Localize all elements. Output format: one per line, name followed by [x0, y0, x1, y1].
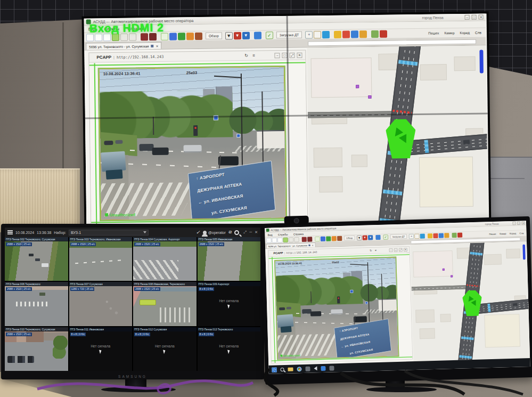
route-check-icon[interactable] [383, 234, 388, 239]
pcapp-close-button[interactable] [297, 52, 302, 58]
chart-red-icon[interactable] [380, 30, 387, 37]
window-minimize-button[interactable] [513, 222, 516, 225]
pcapp-minimize-button[interactable] [389, 248, 393, 252]
toolbar-label-corridors[interactable]: Корид [510, 232, 516, 235]
filter-red-icon[interactable] [362, 235, 367, 240]
detector-blue-icon[interactable] [321, 236, 325, 241]
filter-blue-icon[interactable] [368, 235, 373, 240]
window-maximize-button[interactable] [517, 222, 520, 225]
camera-tile-offline[interactable]: ПТЗ Пенза 011 Ивановская 8 x 8 | 0 б/с Н… [69, 327, 133, 371]
camera-tile[interactable]: ПТЗ Пенза 004 Сухумская, Аэропорт 2688 x… [133, 237, 197, 281]
pinned-app-icon[interactable] [321, 366, 325, 370]
load-dt-button[interactable]: Загрузка ДТ [390, 234, 407, 239]
camera-tile[interactable]: ПТЗ Пенза 003 Терновского, Ивановская 26… [69, 237, 133, 281]
filter-icon[interactable] [357, 235, 362, 240]
pcapp-maximize-button[interactable] [394, 248, 398, 252]
bird-icon[interactable] [322, 30, 330, 38]
tab-close-icon[interactable] [156, 44, 159, 47]
tab-intersection[interactable]: 5696 ул. Терновского - ул. Сухумская [86, 42, 162, 50]
toolbar-label-cameras[interactable]: Камер [444, 31, 454, 35]
map-scrollbar[interactable] [479, 50, 484, 73]
person-red-icon[interactable] [433, 233, 438, 238]
overview-button[interactable]: Обзор [344, 236, 355, 240]
menu-view[interactable]: Вид [268, 233, 273, 237]
tab-pin-icon[interactable] [309, 244, 310, 246]
toolbar-label-corridors[interactable]: Корид [460, 31, 470, 35]
camera-view[interactable]: ↑ АЭРОПОРТ ДЕЖУРНАЯ АПТЕКА ← ул. ИВАНОВС… [98, 66, 287, 221]
overview-button[interactable]: Обзор [206, 32, 222, 39]
traffic-map[interactable] [307, 45, 488, 226]
search-icon[interactable] [234, 230, 239, 235]
pencil-green-icon[interactable] [452, 232, 457, 237]
hierarchy-icon[interactable] [254, 31, 261, 39]
pcapp-expand-button[interactable] [289, 52, 294, 58]
save-icon[interactable] [277, 238, 282, 242]
pcapp-url[interactable]: http://192.168.14.243 [287, 250, 317, 254]
mountain-icon[interactable] [302, 237, 307, 241]
select-cursor-icon[interactable] [289, 237, 293, 242]
camera-tile[interactable]: ПТЗ Пенза 005 Ивановская 2688 x 1520 | 2… [198, 237, 261, 281]
refresh-icon[interactable] [243, 53, 249, 58]
detector-brown-icon[interactable] [195, 32, 202, 39]
toolbar-label-cameras[interactable]: Камер [500, 232, 506, 235]
person-yellow-icon[interactable] [428, 233, 432, 238]
tab-pin-icon[interactable] [151, 45, 154, 47]
filter-blue-icon[interactable] [242, 31, 250, 39]
vms-minimize-button[interactable]: ─ [249, 230, 252, 234]
detector-orange-icon[interactable] [186, 33, 194, 40]
camera-tile-offline[interactable]: ПТЗ Пенза 009 Аэропорт 8 x 8 | 0 б/с Нет… [198, 282, 261, 326]
toolbar-label-pedestrians[interactable]: Пешех [489, 233, 496, 236]
file-explorer-icon[interactable] [288, 367, 293, 371]
vms-close-button[interactable]: ✕ [255, 230, 258, 234]
map-scrollbar[interactable] [522, 245, 525, 260]
map-search-input[interactable] [308, 39, 476, 46]
leaf-icon[interactable] [315, 237, 320, 241]
pcapp-close-button[interactable] [404, 248, 407, 252]
window-maximize-button[interactable] [472, 15, 477, 20]
speaker-icon[interactable] [314, 366, 317, 370]
filter-red-icon[interactable] [234, 32, 241, 39]
camera-tile[interactable]: ПТЗ Пенза 002 Терновского, Сухумская 268… [5, 237, 68, 281]
window-close-button[interactable] [479, 14, 484, 19]
open-icon[interactable] [272, 238, 277, 242]
new-document-icon[interactable] [266, 238, 271, 242]
pcapp-url[interactable]: http://192.168.14.243 [117, 54, 164, 59]
pcapp-expand-button[interactable] [399, 248, 403, 252]
user-account[interactable]: @operator [203, 231, 226, 234]
detector-orange-icon[interactable] [332, 236, 337, 241]
person-yellow-icon[interactable] [334, 30, 341, 38]
upload-icon[interactable] [351, 30, 358, 38]
detector-green-icon[interactable] [326, 236, 331, 241]
chart-red-icon[interactable] [457, 232, 462, 237]
binoculars-icon[interactable] [307, 237, 312, 241]
bird-icon[interactable] [420, 233, 425, 238]
upload-icon[interactable] [439, 233, 444, 238]
pencil-green-icon[interactable] [371, 30, 379, 37]
camera-tile[interactable]: ПТЗ Пенза 008 Ивановская, Терновского 26… [133, 282, 197, 326]
menu-icon[interactable] [7, 230, 13, 234]
filter-icon[interactable] [225, 32, 233, 39]
toolbar-label-pedestrians[interactable]: Пешех [428, 31, 439, 35]
taskbar-search-icon[interactable] [280, 367, 284, 371]
browser-icon[interactable] [297, 367, 301, 371]
undo-icon[interactable] [444, 233, 449, 238]
vms-restore-button[interactable]: ⤢ [244, 230, 247, 234]
edit-icon[interactable] [414, 233, 419, 238]
zoom-plus-icon[interactable] [409, 234, 414, 239]
toolbar-label-services[interactable]: Слв [475, 31, 481, 35]
panel-menu-icon[interactable] [251, 53, 256, 58]
detector-blue-icon[interactable] [169, 33, 177, 40]
window-minimize-button[interactable] [465, 15, 470, 20]
expand-icon[interactable] [228, 230, 232, 235]
load-dt-button[interactable]: Загрузка ДТ [276, 31, 302, 39]
menu-services[interactable]: Службы [278, 233, 288, 236]
pcapp-minimize-button[interactable] [274, 53, 280, 58]
traffic-map[interactable] [410, 241, 530, 361]
route-check-icon[interactable] [266, 31, 273, 39]
detector-green-icon[interactable] [178, 33, 185, 40]
start-button[interactable] [272, 367, 276, 372]
hierarchy-icon[interactable] [375, 234, 380, 239]
layers-icon[interactable] [283, 237, 288, 242]
camera-set-select[interactable]: ВУЗ-1 [69, 230, 149, 236]
pan-hand-icon[interactable] [294, 237, 299, 242]
